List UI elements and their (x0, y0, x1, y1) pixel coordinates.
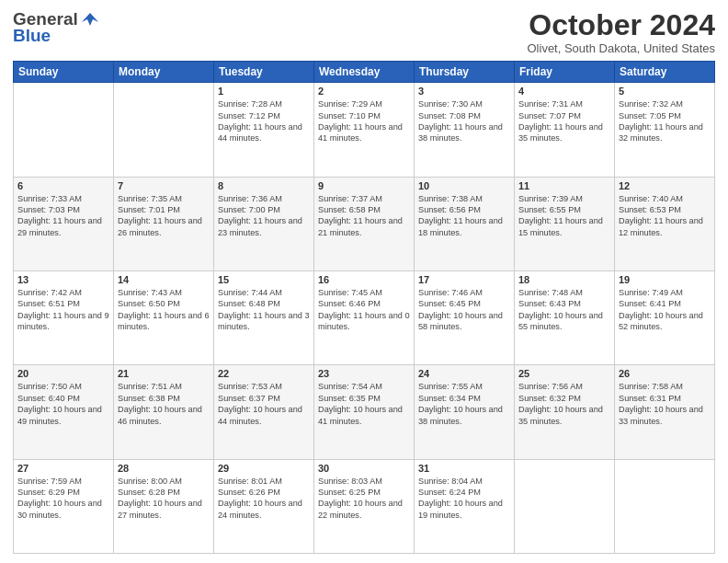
week-row-2: 6Sunrise: 7:33 AM Sunset: 7:03 PM Daylig… (14, 177, 715, 270)
day-number: 31 (418, 463, 510, 474)
day-number: 6 (17, 180, 109, 191)
cell-info: Sunrise: 7:48 AM Sunset: 6:43 PM Dayligh… (518, 287, 610, 333)
col-wednesday: Wednesday (314, 62, 415, 83)
calendar-cell-w2-d3: 9Sunrise: 7:37 AM Sunset: 6:58 PM Daylig… (314, 177, 415, 270)
day-number: 20 (17, 368, 109, 379)
calendar-cell-w1-d5: 4Sunrise: 7:31 AM Sunset: 7:07 PM Daylig… (515, 83, 615, 177)
calendar-cell-w3-d2: 15Sunrise: 7:44 AM Sunset: 6:48 PM Dayli… (214, 270, 314, 364)
day-number: 9 (318, 180, 410, 191)
col-tuesday: Tuesday (214, 62, 314, 83)
cell-info: Sunrise: 7:45 AM Sunset: 6:46 PM Dayligh… (318, 287, 410, 333)
col-friday: Friday (515, 62, 615, 83)
calendar-cell-w4-d5: 25Sunrise: 7:56 AM Sunset: 6:32 PM Dayli… (515, 365, 615, 459)
calendar-cell-w3-d4: 17Sunrise: 7:46 AM Sunset: 6:45 PM Dayli… (415, 270, 515, 364)
calendar-cell-w1-d2: 1Sunrise: 7:28 AM Sunset: 7:12 PM Daylig… (214, 83, 314, 177)
calendar-cell-w2-d1: 7Sunrise: 7:35 AM Sunset: 7:01 PM Daylig… (114, 177, 214, 270)
calendar-cell-w2-d6: 12Sunrise: 7:40 AM Sunset: 6:53 PM Dayli… (615, 177, 715, 270)
calendar-cell-w1-d6: 5Sunrise: 7:32 AM Sunset: 7:05 PM Daylig… (615, 83, 715, 177)
calendar-cell-w4-d6: 26Sunrise: 7:58 AM Sunset: 6:31 PM Dayli… (615, 365, 715, 459)
calendar-cell-w3-d1: 14Sunrise: 7:43 AM Sunset: 6:50 PM Dayli… (114, 270, 214, 364)
header: General Blue October 2024 Olivet, South … (13, 9, 715, 55)
cell-info: Sunrise: 7:50 AM Sunset: 6:40 PM Dayligh… (17, 381, 109, 427)
calendar-cell-w2-d0: 6Sunrise: 7:33 AM Sunset: 7:03 PM Daylig… (14, 177, 114, 270)
cell-info: Sunrise: 7:53 AM Sunset: 6:37 PM Dayligh… (218, 381, 310, 427)
calendar-cell-w1-d0 (14, 83, 114, 177)
cell-info: Sunrise: 7:35 AM Sunset: 7:01 PM Dayligh… (118, 193, 210, 239)
calendar-cell-w2-d2: 8Sunrise: 7:36 AM Sunset: 7:00 PM Daylig… (214, 177, 314, 270)
cell-info: Sunrise: 8:04 AM Sunset: 6:24 PM Dayligh… (418, 476, 510, 522)
day-number: 21 (118, 368, 210, 379)
cell-info: Sunrise: 7:39 AM Sunset: 6:55 PM Dayligh… (518, 193, 610, 239)
cell-info: Sunrise: 7:51 AM Sunset: 6:38 PM Dayligh… (118, 381, 210, 427)
month-title: October 2024 (528, 9, 716, 41)
cell-info: Sunrise: 7:42 AM Sunset: 6:51 PM Dayligh… (17, 287, 109, 333)
cell-info: Sunrise: 8:00 AM Sunset: 6:28 PM Dayligh… (118, 476, 210, 522)
col-thursday: Thursday (415, 62, 515, 83)
day-number: 29 (218, 463, 310, 474)
col-monday: Monday (114, 62, 214, 83)
cell-info: Sunrise: 7:44 AM Sunset: 6:48 PM Dayligh… (218, 287, 310, 333)
calendar-cell-w4-d1: 21Sunrise: 7:51 AM Sunset: 6:38 PM Dayli… (114, 365, 214, 459)
calendar-cell-w4-d3: 23Sunrise: 7:54 AM Sunset: 6:35 PM Dayli… (314, 365, 415, 459)
day-number: 23 (318, 368, 410, 379)
day-number: 1 (218, 86, 310, 97)
cell-info: Sunrise: 7:28 AM Sunset: 7:12 PM Dayligh… (218, 98, 310, 144)
day-number: 16 (318, 274, 410, 285)
cell-info: Sunrise: 7:49 AM Sunset: 6:41 PM Dayligh… (619, 287, 711, 333)
day-number: 15 (218, 274, 310, 285)
calendar-cell-w5-d2: 29Sunrise: 8:01 AM Sunset: 6:26 PM Dayli… (214, 459, 314, 553)
calendar-cell-w5-d1: 28Sunrise: 8:00 AM Sunset: 6:28 PM Dayli… (114, 459, 214, 553)
title-area: October 2024 Olivet, South Dakota, Unite… (528, 9, 716, 55)
logo-bird-icon (80, 9, 100, 29)
cell-info: Sunrise: 7:32 AM Sunset: 7:05 PM Dayligh… (619, 98, 711, 144)
cell-info: Sunrise: 7:38 AM Sunset: 6:56 PM Dayligh… (418, 193, 510, 239)
week-row-5: 27Sunrise: 7:59 AM Sunset: 6:29 PM Dayli… (14, 459, 715, 553)
cell-info: Sunrise: 8:01 AM Sunset: 6:26 PM Dayligh… (218, 476, 310, 522)
cell-info: Sunrise: 7:37 AM Sunset: 6:58 PM Dayligh… (318, 193, 410, 239)
calendar-cell-w4-d2: 22Sunrise: 7:53 AM Sunset: 6:37 PM Dayli… (214, 365, 314, 459)
calendar-cell-w2-d4: 10Sunrise: 7:38 AM Sunset: 6:56 PM Dayli… (415, 177, 515, 270)
day-number: 25 (518, 368, 610, 379)
cell-info: Sunrise: 7:43 AM Sunset: 6:50 PM Dayligh… (118, 287, 210, 333)
logo: General Blue (13, 9, 100, 46)
calendar-cell-w2-d5: 11Sunrise: 7:39 AM Sunset: 6:55 PM Dayli… (515, 177, 615, 270)
day-number: 12 (619, 180, 711, 191)
day-number: 10 (418, 180, 510, 191)
cell-info: Sunrise: 7:54 AM Sunset: 6:35 PM Dayligh… (318, 381, 410, 427)
day-number: 30 (318, 463, 410, 474)
col-saturday: Saturday (615, 62, 715, 83)
day-number: 27 (17, 463, 109, 474)
logo-blue: Blue (13, 26, 51, 46)
cell-info: Sunrise: 7:30 AM Sunset: 7:08 PM Dayligh… (418, 98, 510, 144)
cell-info: Sunrise: 7:29 AM Sunset: 7:10 PM Dayligh… (318, 98, 410, 144)
calendar-cell-w4-d0: 20Sunrise: 7:50 AM Sunset: 6:40 PM Dayli… (14, 365, 114, 459)
calendar-cell-w4-d4: 24Sunrise: 7:55 AM Sunset: 6:34 PM Dayli… (415, 365, 515, 459)
day-number: 22 (218, 368, 310, 379)
calendar-header-row: Sunday Monday Tuesday Wednesday Thursday… (14, 62, 715, 83)
week-row-4: 20Sunrise: 7:50 AM Sunset: 6:40 PM Dayli… (14, 365, 715, 459)
location: Olivet, South Dakota, United States (528, 41, 716, 55)
day-number: 18 (518, 274, 610, 285)
calendar-cell-w1-d1 (114, 83, 214, 177)
svg-marker-0 (82, 13, 98, 26)
calendar-cell-w3-d0: 13Sunrise: 7:42 AM Sunset: 6:51 PM Dayli… (14, 270, 114, 364)
cell-info: Sunrise: 7:40 AM Sunset: 6:53 PM Dayligh… (619, 193, 711, 239)
page: General Blue October 2024 Olivet, South … (0, 0, 728, 563)
cell-info: Sunrise: 7:31 AM Sunset: 7:07 PM Dayligh… (518, 98, 610, 144)
day-number: 14 (118, 274, 210, 285)
day-number: 4 (518, 86, 610, 97)
day-number: 11 (518, 180, 610, 191)
cell-info: Sunrise: 8:03 AM Sunset: 6:25 PM Dayligh… (318, 476, 410, 522)
day-number: 8 (218, 180, 310, 191)
calendar-cell-w5-d4: 31Sunrise: 8:04 AM Sunset: 6:24 PM Dayli… (415, 459, 515, 553)
day-number: 2 (318, 86, 410, 97)
calendar-cell-w5-d6 (615, 459, 715, 553)
day-number: 28 (118, 463, 210, 474)
calendar-cell-w5-d0: 27Sunrise: 7:59 AM Sunset: 6:29 PM Dayli… (14, 459, 114, 553)
cell-info: Sunrise: 7:58 AM Sunset: 6:31 PM Dayligh… (619, 381, 711, 427)
cell-info: Sunrise: 7:56 AM Sunset: 6:32 PM Dayligh… (518, 381, 610, 427)
day-number: 13 (17, 274, 109, 285)
day-number: 5 (619, 86, 711, 97)
calendar-cell-w3-d6: 19Sunrise: 7:49 AM Sunset: 6:41 PM Dayli… (615, 270, 715, 364)
calendar-cell-w3-d5: 18Sunrise: 7:48 AM Sunset: 6:43 PM Dayli… (515, 270, 615, 364)
